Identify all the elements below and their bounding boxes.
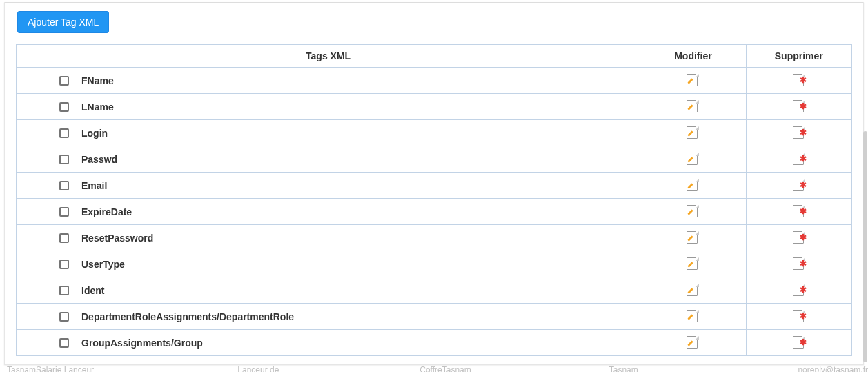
delete-icon[interactable]: ✱	[792, 257, 806, 271]
row-checkbox[interactable]	[59, 207, 69, 217]
edit-icon[interactable]	[686, 310, 700, 324]
edit-icon[interactable]	[686, 336, 700, 350]
column-header-supprimer: Supprimer	[746, 45, 851, 68]
table-row: ExpireDate✱	[17, 199, 852, 225]
modifier-cell	[640, 251, 746, 277]
row-checkbox[interactable]	[59, 233, 69, 243]
footer-text: CoffreTasnam	[420, 365, 471, 372]
row-checkbox[interactable]	[59, 102, 69, 112]
delete-icon[interactable]: ✱	[792, 179, 806, 193]
supprimer-cell: ✱	[746, 120, 851, 146]
delete-icon[interactable]: ✱	[792, 153, 806, 166]
table-row: Login✱	[17, 120, 852, 146]
supprimer-cell: ✱	[746, 251, 851, 277]
modifier-cell	[640, 199, 746, 225]
table-row: LName✱	[17, 94, 852, 120]
edit-icon[interactable]	[686, 257, 700, 271]
xml-tags-table: Tags XML Modifier Supprimer FName✱LName✱…	[16, 44, 852, 356]
delete-icon[interactable]: ✱	[792, 205, 806, 219]
tag-cell: Email	[17, 173, 640, 199]
modifier-cell	[640, 304, 746, 330]
modifier-cell	[640, 225, 746, 251]
edit-icon[interactable]	[686, 284, 700, 297]
edit-icon[interactable]	[686, 153, 700, 166]
tag-label: Email	[81, 180, 107, 191]
row-checkbox[interactable]	[59, 155, 69, 164]
footer-text: TasnamSalarie Lanceur import salaries	[7, 365, 99, 372]
tag-cell: Ident	[17, 277, 640, 304]
tag-label: DepartmentRoleAssignments/DepartmentRole	[81, 311, 294, 322]
delete-icon[interactable]: ✱	[792, 74, 806, 88]
supprimer-cell: ✱	[746, 94, 851, 120]
tag-cell: ExpireDate	[17, 199, 640, 225]
delete-icon[interactable]: ✱	[792, 336, 806, 350]
footer-text: Tasnam admin Coffre	[609, 365, 660, 372]
table-row: GroupAssignments/Group✱	[17, 330, 852, 356]
tag-cell: GroupAssignments/Group	[17, 330, 640, 356]
table-row: Passwd✱	[17, 146, 852, 173]
row-checkbox[interactable]	[59, 128, 69, 138]
row-checkbox[interactable]	[59, 181, 69, 190]
footer-blurred-text: TasnamSalarie Lanceur import salaries La…	[0, 365, 868, 372]
delete-icon[interactable]: ✱	[792, 310, 806, 324]
edit-icon[interactable]	[686, 126, 700, 140]
edit-icon[interactable]	[686, 74, 700, 88]
tag-label: UserType	[81, 259, 125, 270]
tag-cell: UserType	[17, 251, 640, 277]
row-checkbox[interactable]	[59, 338, 69, 348]
supprimer-cell: ✱	[746, 330, 851, 356]
footer-text: noreply@tasnam.fr	[798, 365, 868, 372]
modifier-cell	[640, 68, 746, 94]
column-header-modifier: Modifier	[640, 45, 746, 68]
delete-icon[interactable]: ✱	[792, 231, 806, 245]
supprimer-cell: ✱	[746, 225, 851, 251]
modifier-cell	[640, 146, 746, 173]
supprimer-cell: ✱	[746, 146, 851, 173]
edit-icon[interactable]	[686, 231, 700, 245]
supprimer-cell: ✱	[746, 199, 851, 225]
table-row: Ident✱	[17, 277, 852, 304]
row-checkbox[interactable]	[59, 260, 69, 269]
edit-icon[interactable]	[686, 179, 700, 193]
table-row: FName✱	[17, 68, 852, 94]
supprimer-cell: ✱	[746, 304, 851, 330]
modifier-cell	[640, 173, 746, 199]
tag-label: LName	[81, 101, 114, 112]
tag-label: Passwd	[81, 154, 117, 165]
main-panel: Ajouter Tag XML Tags XML Modifier Suppri…	[4, 2, 864, 365]
edit-icon[interactable]	[686, 100, 700, 114]
edit-icon[interactable]	[686, 205, 700, 219]
row-checkbox[interactable]	[59, 76, 69, 86]
tag-label: FName	[81, 75, 114, 86]
row-checkbox[interactable]	[59, 286, 69, 295]
tag-label: GroupAssignments/Group	[81, 337, 203, 349]
supprimer-cell: ✱	[746, 68, 851, 94]
supprimer-cell: ✱	[746, 173, 851, 199]
tag-label: ResetPassword	[81, 233, 153, 244]
tag-cell: FName	[17, 68, 640, 94]
tag-cell: LName	[17, 94, 640, 120]
modifier-cell	[640, 94, 746, 120]
tag-cell: ResetPassword	[17, 225, 640, 251]
supprimer-cell: ✱	[746, 277, 851, 304]
row-checkbox[interactable]	[59, 312, 69, 322]
vertical-scrollbar[interactable]	[863, 131, 867, 362]
footer-text: Lanceur de taches	[237, 365, 282, 372]
table-row: ResetPassword✱	[17, 225, 852, 251]
modifier-cell	[640, 277, 746, 304]
modifier-cell	[640, 120, 746, 146]
delete-icon[interactable]: ✱	[792, 284, 806, 297]
table-row: DepartmentRoleAssignments/DepartmentRole…	[17, 304, 852, 330]
tag-cell: Passwd	[17, 146, 640, 173]
add-tag-xml-button[interactable]: Ajouter Tag XML	[17, 11, 109, 33]
tag-label: Login	[81, 128, 108, 139]
delete-icon[interactable]: ✱	[792, 100, 806, 114]
modifier-cell	[640, 330, 746, 356]
delete-icon[interactable]: ✱	[792, 126, 806, 140]
tag-label: Ident	[81, 285, 104, 296]
table-row: Email✱	[17, 173, 852, 199]
tag-cell: Login	[17, 120, 640, 146]
table-row: UserType✱	[17, 251, 852, 277]
tag-cell: DepartmentRoleAssignments/DepartmentRole	[17, 304, 640, 330]
tag-label: ExpireDate	[81, 206, 132, 217]
